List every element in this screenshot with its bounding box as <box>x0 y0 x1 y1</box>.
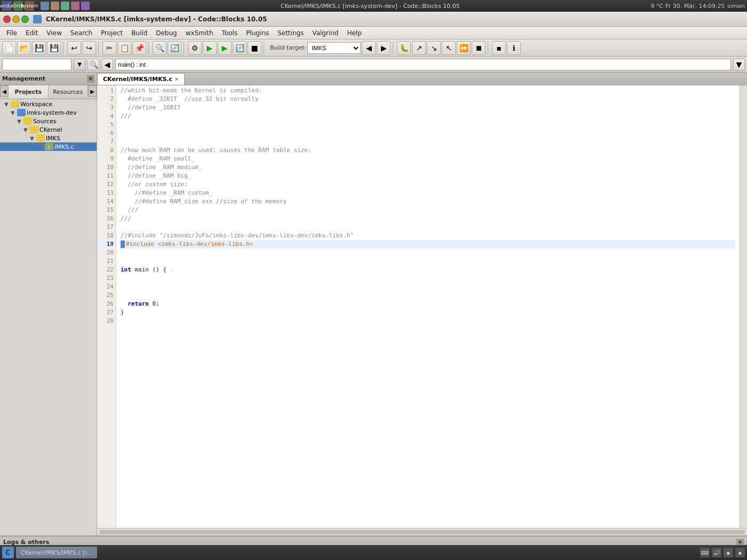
close-button[interactable] <box>3 15 11 23</box>
debug-run[interactable]: ⏩ <box>457 41 471 55</box>
undo-button[interactable]: ↩ <box>67 41 81 55</box>
code-content[interactable]: //which bit-mode the Kernel is compiled:… <box>116 85 740 528</box>
editor-tab-imks[interactable]: CKernel/IMKS/IMKS.c ✕ <box>97 73 185 85</box>
save-all-button[interactable]: 💾 <box>47 41 61 55</box>
build-run-button[interactable]: ▶ <box>218 41 232 55</box>
code-search-input[interactable] <box>2 59 71 70</box>
debug-into[interactable]: ↘ <box>427 41 441 55</box>
line-26: 26 <box>97 300 116 308</box>
search-icon[interactable]: 🔍 <box>88 59 99 70</box>
func-dropdown[interactable]: ▼ <box>733 59 745 70</box>
tree-item-sources[interactable]: ▼ Sources <box>0 117 97 125</box>
menu-edit[interactable]: Edit <box>21 28 42 38</box>
info-button[interactable]: ℹ <box>507 41 521 55</box>
project-arrow[interactable]: ▼ <box>11 110 17 116</box>
window-controls[interactable] <box>3 15 29 23</box>
menubar: File Edit View Search Project Build Debu… <box>0 27 747 39</box>
debug-out[interactable]: ↖ <box>442 41 456 55</box>
menu-build[interactable]: Build <box>127 28 152 38</box>
menu-settings[interactable]: Settings <box>273 28 308 38</box>
imks-arrow[interactable]: ▼ <box>30 135 36 141</box>
anwendungen-menu[interactable]: Anwendungen <box>2 1 12 11</box>
window-toggle[interactable]: ▪ <box>492 41 506 55</box>
line-14: 14 <box>97 197 116 206</box>
copy-button[interactable]: 📋 <box>117 41 131 55</box>
taskbar-app-button[interactable]: CKernel/IMKS/IMKS.c [i... <box>16 547 97 558</box>
minimize-button[interactable] <box>12 15 20 23</box>
maximize-button[interactable] <box>21 15 29 23</box>
sidebar-tab-projects[interactable]: Projects <box>9 85 49 99</box>
menu-valgrind[interactable]: Valgrind <box>308 28 343 38</box>
menu-help[interactable]: Help <box>343 28 365 38</box>
user-display: simon <box>727 3 745 10</box>
line-22: 22 <box>97 266 116 274</box>
workspace-arrow[interactable]: ▼ <box>4 101 11 107</box>
sources-arrow[interactable]: ▼ <box>17 118 23 124</box>
build-target-select[interactable]: IMKS <box>307 42 361 54</box>
menu-file[interactable]: File <box>2 28 21 38</box>
stop-button[interactable]: ■ <box>248 41 261 55</box>
sidebar-tab-resources[interactable]: Resources <box>49 85 89 99</box>
replace-button[interactable]: 🔄 <box>168 41 181 55</box>
paste-button[interactable]: 📌 <box>132 41 146 55</box>
menu-wxsmith[interactable]: wxSmith <box>181 28 218 38</box>
management-label: Management <box>2 75 45 82</box>
code-line-3: //define _16BIT <box>121 103 735 112</box>
search-prev[interactable]: ◀ <box>101 59 113 70</box>
menu-debug[interactable]: Debug <box>152 28 181 38</box>
code-line-18: //#include "/simondz/JuFo/imks-libs-dev/… <box>121 231 735 240</box>
system-menu[interactable]: System <box>25 1 34 11</box>
function-selector[interactable] <box>115 59 731 70</box>
build-target-next[interactable]: ▶ <box>377 41 391 55</box>
imks-label: IMKS <box>46 135 60 142</box>
search-dropdown[interactable]: ▼ <box>74 59 85 70</box>
menu-tools[interactable]: Tools <box>218 28 242 38</box>
build-target-prev[interactable]: ◀ <box>362 41 376 55</box>
debug-step[interactable]: ↗ <box>412 41 426 55</box>
debug-stop[interactable]: ⏹ <box>472 41 486 55</box>
sidebar-header: Management ✕ <box>0 73 97 85</box>
tree-item-ckernel[interactable]: ▼ CKernel <box>0 125 97 134</box>
editor-vscrollbar[interactable] <box>740 85 747 528</box>
taskbar-corner-icon3[interactable]: ▪ <box>724 548 733 557</box>
line-4: 4 <box>97 112 116 121</box>
editor-tab-close[interactable]: ✕ <box>174 76 179 82</box>
run-button[interactable]: ▶ <box>203 41 217 55</box>
find-button[interactable]: 🔍 <box>153 41 166 55</box>
build-settings-button[interactable]: ⚙ <box>188 41 202 55</box>
menu-view[interactable]: View <box>42 28 66 38</box>
save-button[interactable]: 💾 <box>32 41 46 55</box>
redo-button[interactable]: ↪ <box>82 41 96 55</box>
cut-button[interactable]: ✂ <box>102 41 116 55</box>
window-title-topbar: CKernel/IMKS/IMKS.c [imks-system-dev] - … <box>94 3 646 10</box>
new-button[interactable]: 📄 <box>2 41 16 55</box>
tree-item-workspace[interactable]: ▼ Workspace <box>0 100 97 108</box>
sidebar-tab-next[interactable]: ▶ <box>88 85 97 97</box>
editor-tab-bar: CKernel/IMKS/IMKS.c ✕ <box>97 73 747 85</box>
app-menu-icons[interactable]: Anwendungen Orte System <box>2 1 34 11</box>
code-line-24 <box>121 283 735 291</box>
open-button[interactable]: 📂 <box>17 41 31 55</box>
titlebar: CKernel/IMKS/IMKS.c [imks-system-dev] - … <box>0 12 747 27</box>
line-2: 2 <box>97 95 116 103</box>
code-area[interactable]: 1 2 3 4 5 6 7 8 9 10 11 12 13 14 15 16 1… <box>97 85 747 528</box>
menu-search[interactable]: Search <box>66 28 97 38</box>
taskbar-corner-icon1[interactable]: ⌨ <box>700 548 710 557</box>
rebuild-button[interactable]: 🔃 <box>233 41 247 55</box>
debug-button[interactable]: 🐛 <box>397 41 411 55</box>
editor-hscrollbar[interactable] <box>97 528 747 535</box>
taskbar-corner-icon2[interactable]: 🔊 <box>712 548 721 557</box>
editor-tab-label: CKernel/IMKS/IMKS.c <box>103 76 172 83</box>
menu-plugins[interactable]: Plugins <box>242 28 273 38</box>
sidebar-tab-prev[interactable]: ◀ <box>0 85 9 97</box>
menu-project[interactable]: Project <box>97 28 127 38</box>
tree-item-imks-c[interactable]: c IMKS.c <box>0 142 97 151</box>
code-line-26: return 0; <box>121 300 735 308</box>
tree-item-imks[interactable]: ▼ IMKS <box>0 134 97 142</box>
tree-item-project[interactable]: ▼ imks-system-dev <box>0 108 97 117</box>
ckernel-arrow[interactable]: ▼ <box>23 127 30 133</box>
sidebar-close-button[interactable]: ✕ <box>87 75 94 83</box>
taskbar-corner-icon4[interactable]: ▪ <box>735 548 745 557</box>
code-line-22: int main () { - <box>121 266 735 274</box>
line-24: 24 <box>97 283 116 291</box>
